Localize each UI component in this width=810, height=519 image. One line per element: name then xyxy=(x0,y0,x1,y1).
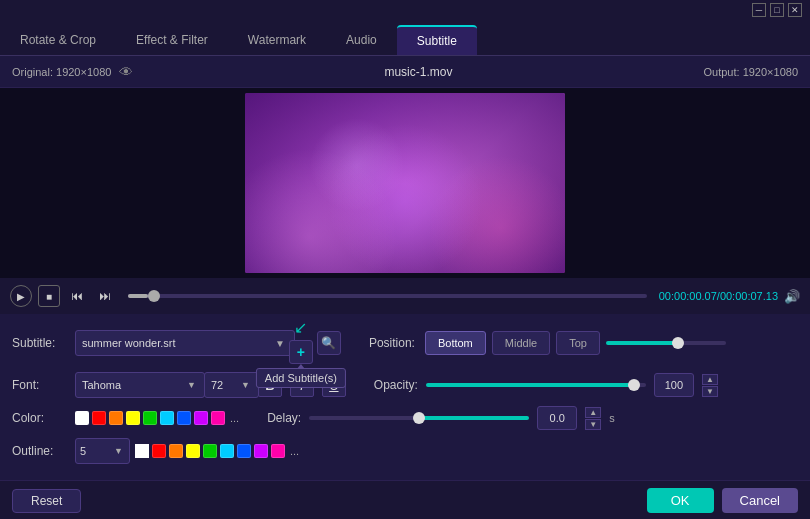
color-swatch-blue[interactable] xyxy=(177,411,191,425)
info-bar: Original: 1920×1080 👁 music-1.mov Output… xyxy=(0,56,810,88)
opacity-label: Opacity: xyxy=(374,378,418,392)
search-subtitle-button[interactable]: 🔍 xyxy=(317,331,341,355)
position-middle-button[interactable]: Middle xyxy=(492,331,550,355)
transport-bar: ▶ ■ ⏮ ⏭ 00:00:00.07/00:00:07.13 🔊 xyxy=(0,278,810,314)
font-row: Font: Tahoma ▼ 72 ▼ B I U Opacity: ▲ ▼ xyxy=(12,372,798,398)
progress-slider[interactable] xyxy=(128,294,647,298)
title-bar: ─ □ ✕ xyxy=(0,0,810,20)
ok-button[interactable]: OK xyxy=(647,488,714,513)
outline-color-cyan[interactable] xyxy=(220,444,234,458)
color-swatch-green[interactable] xyxy=(143,411,157,425)
outline-color-white[interactable] xyxy=(135,444,149,458)
color-label: Color: xyxy=(12,411,67,425)
prev-button[interactable]: ⏮ xyxy=(66,285,88,307)
controls-section: Subtitle: summer wonder.srt ▼ ↙ + Add Su… xyxy=(0,314,810,480)
delay-unit-label: s xyxy=(609,412,615,424)
tab-rotate-crop[interactable]: Rotate & Crop xyxy=(0,25,116,55)
delay-label: Delay: xyxy=(267,411,301,425)
add-subtitle-container: ↙ + Add Subtitle(s) xyxy=(289,340,313,364)
outline-color-blue[interactable] xyxy=(237,444,251,458)
opacity-down-button[interactable]: ▼ xyxy=(702,386,718,397)
font-label: Font: xyxy=(12,378,67,392)
bottom-bar: Reset OK Cancel xyxy=(0,480,810,519)
close-button[interactable]: ✕ xyxy=(788,3,802,17)
cancel-button[interactable]: Cancel xyxy=(722,488,798,513)
outline-more-colors-button[interactable]: ... xyxy=(290,445,299,457)
original-resolution: Original: 1920×1080 xyxy=(12,66,111,78)
outline-color-red[interactable] xyxy=(152,444,166,458)
position-slider[interactable] xyxy=(606,341,726,345)
outline-color-yellow[interactable] xyxy=(186,444,200,458)
tab-subtitle[interactable]: Subtitle xyxy=(397,25,477,55)
delay-section: Delay: ▲ ▼ s xyxy=(267,406,615,430)
outline-color-purple[interactable] xyxy=(254,444,268,458)
delay-spinner: ▲ ▼ xyxy=(585,407,601,430)
tab-watermark[interactable]: Watermark xyxy=(228,25,326,55)
crowd-visual xyxy=(245,93,565,273)
arrow-pointer-icon: ↙ xyxy=(294,318,307,337)
color-swatch-purple[interactable] xyxy=(194,411,208,425)
add-subtitle-button[interactable]: + xyxy=(289,340,313,364)
position-top-button[interactable]: Top xyxy=(556,331,600,355)
add-subtitle-tooltip: Add Subtitle(s) xyxy=(256,368,346,388)
preview-area xyxy=(0,88,810,278)
outline-color-swatches: ... xyxy=(135,444,299,458)
position-bottom-button[interactable]: Bottom xyxy=(425,331,486,355)
opacity-spinner: ▲ ▼ xyxy=(702,374,718,397)
color-swatch-orange[interactable] xyxy=(109,411,123,425)
opacity-slider[interactable] xyxy=(426,383,646,387)
volume-icon[interactable]: 🔊 xyxy=(784,289,800,304)
color-swatches: ... xyxy=(75,411,239,425)
subtitle-file-dropdown[interactable]: summer wonder.srt xyxy=(75,330,295,356)
position-label: Position: xyxy=(369,336,415,350)
tab-audio[interactable]: Audio xyxy=(326,25,397,55)
tab-bar: Rotate & Crop Effect & Filter Watermark … xyxy=(0,20,810,56)
color-swatch-red[interactable] xyxy=(92,411,106,425)
play-button[interactable]: ▶ xyxy=(10,285,32,307)
outline-row: Outline: 5 ▼ ... xyxy=(12,438,798,464)
minimize-button[interactable]: ─ xyxy=(752,3,766,17)
subtitle-label: Subtitle: xyxy=(12,336,67,350)
output-resolution: Output: 1920×1080 xyxy=(704,66,799,78)
maximize-button[interactable]: □ xyxy=(770,3,784,17)
delay-up-button[interactable]: ▲ xyxy=(585,407,601,418)
color-swatch-pink[interactable] xyxy=(211,411,225,425)
subtitle-row: Subtitle: summer wonder.srt ▼ ↙ + Add Su… xyxy=(12,322,798,364)
next-button[interactable]: ⏭ xyxy=(94,285,116,307)
filename-label: music-1.mov xyxy=(384,65,452,79)
video-frame xyxy=(245,93,565,273)
more-colors-button[interactable]: ... xyxy=(230,412,239,424)
font-name-dropdown[interactable]: Tahoma xyxy=(75,372,205,398)
tab-effect-filter[interactable]: Effect & Filter xyxy=(116,25,228,55)
preview-eye-icon[interactable]: 👁 xyxy=(119,64,133,80)
outline-value-dropdown[interactable]: 5 xyxy=(75,438,130,464)
color-swatch-white[interactable] xyxy=(75,411,89,425)
outline-color-orange[interactable] xyxy=(169,444,183,458)
stop-button[interactable]: ■ xyxy=(38,285,60,307)
reset-button[interactable]: Reset xyxy=(12,489,81,513)
time-display: 00:00:00.07/00:00:07.13 xyxy=(659,290,778,302)
outline-color-pink[interactable] xyxy=(271,444,285,458)
outline-label: Outline: xyxy=(12,444,67,458)
delay-value-input[interactable] xyxy=(537,406,577,430)
color-swatch-cyan[interactable] xyxy=(160,411,174,425)
color-swatch-yellow[interactable] xyxy=(126,411,140,425)
action-buttons: OK Cancel xyxy=(647,488,798,513)
outline-color-green[interactable] xyxy=(203,444,217,458)
opacity-section: Opacity: ▲ ▼ xyxy=(374,373,718,397)
opacity-value-input[interactable] xyxy=(654,373,694,397)
subtitle-selector: summer wonder.srt ▼ ↙ + Add Subtitle(s) … xyxy=(75,322,341,364)
font-size-dropdown[interactable]: 72 xyxy=(204,372,259,398)
delay-slider[interactable] xyxy=(309,416,529,420)
delay-down-button[interactable]: ▼ xyxy=(585,419,601,430)
opacity-up-button[interactable]: ▲ xyxy=(702,374,718,385)
color-row: Color: ... Delay: ▲ ▼ s xyxy=(12,406,798,430)
position-section: Position: Bottom Middle Top xyxy=(369,331,726,355)
